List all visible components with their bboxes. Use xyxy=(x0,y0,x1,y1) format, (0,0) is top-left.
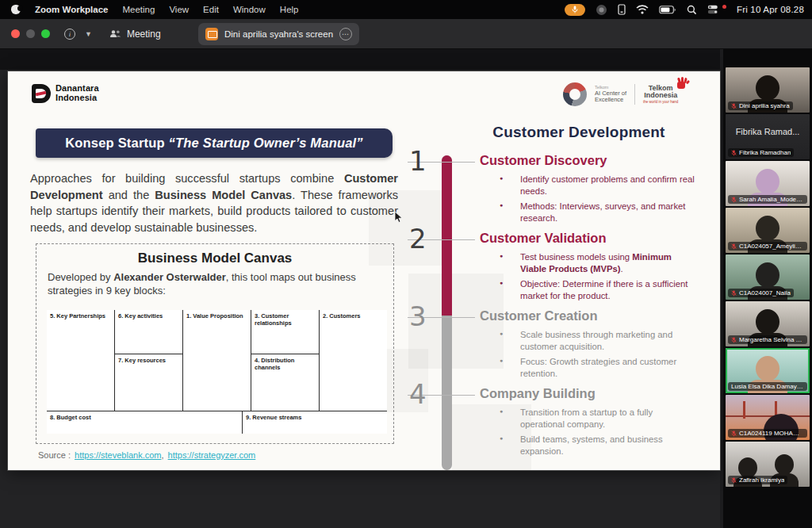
participants-icon xyxy=(109,29,121,39)
telkom-logo: Telkom Indonesia the world in your hand xyxy=(643,85,678,105)
participant-name: Sarah Amalia_Moderator xyxy=(739,196,804,203)
step-number: 4 xyxy=(409,378,427,410)
participant-name: C1A024007_Naila xyxy=(739,289,791,297)
participant-name-label: Lusia Elsa Dika Damayanty xyxy=(728,382,807,391)
participant-tile[interactable]: C1A024007_Naila xyxy=(726,254,810,300)
menu-bar-clock[interactable]: Fri 10 Apr 08.28 xyxy=(737,5,804,14)
partner-logos: Telkom AI Center of Excellence Telkom xyxy=(563,82,678,106)
participant-name-label: Sarah Amalia_Moderator xyxy=(728,195,807,204)
participant-name-label: Dini aprilia syahra xyxy=(728,101,793,110)
bmc-description: Developed by Alexander Osterwalder, this… xyxy=(48,271,384,298)
source-link-steveblank[interactable]: https://steveblank.com xyxy=(75,450,161,460)
meeting-info-icon[interactable]: i xyxy=(64,29,75,40)
participant-head xyxy=(756,262,779,288)
tab-shared-screen-label: Dini aprilia syahra's screen xyxy=(224,29,333,39)
cd-step-2: 2Customer ValidationTest business models… xyxy=(396,231,717,308)
cd-step-1: 1Customer DiscoveryIdentify customer pro… xyxy=(396,153,717,231)
control-center-icon[interactable] xyxy=(707,5,718,14)
participant-name-label: C1A024119 MOHAMMA... xyxy=(728,429,807,438)
notification-dot xyxy=(722,5,726,9)
muted-mic-icon xyxy=(731,290,737,297)
tab-meeting[interactable]: Meeting xyxy=(109,29,161,40)
ai-coe-logo-icon xyxy=(563,82,587,106)
spotlight-search-icon[interactable] xyxy=(687,5,697,15)
participant-tile[interactable]: Margaretha Selvina W_... xyxy=(726,301,810,346)
step-bullet: Build teams, systems, and business expan… xyxy=(498,434,696,457)
participant-tile[interactable]: C1A024119 MOHAMMA... xyxy=(726,395,810,440)
source-link-strategyzer[interactable]: https://strategyzer.com xyxy=(168,450,256,460)
cd-step-4: 4Company BuildingTransition from a start… xyxy=(396,386,717,464)
bmc-cell-budget-cost: 8. Budget cost xyxy=(47,411,242,434)
bmc-cell-revenue-streams: 9. Revenue streams xyxy=(243,411,387,434)
participant-tile[interactable]: Sarah Amalia_Moderator xyxy=(726,161,810,206)
window-controls xyxy=(0,29,50,38)
source-line: Source : https://steveblank.com, https:/… xyxy=(38,450,255,460)
muted-mic-icon xyxy=(731,430,737,437)
meeting-content: Danantara Indonesia Telkom AI Center of … xyxy=(0,49,812,528)
device-icon[interactable] xyxy=(618,4,626,15)
participant-name: C1A024119 MOHAMMA... xyxy=(739,430,804,437)
step-heading: Customer Discovery xyxy=(480,153,607,168)
bmc-cell-value-proposition: 1. Value Proposition xyxy=(183,310,251,411)
participant-tile[interactable]: Zafirah Ikramiya xyxy=(726,442,810,487)
ai-coe-line2: Excellence xyxy=(595,97,626,104)
wifi-icon[interactable] xyxy=(636,5,649,14)
participant-head xyxy=(756,75,779,101)
participant-name-label: Margaretha Selvina W_... xyxy=(728,335,807,344)
muted-mic-icon xyxy=(731,337,737,343)
screen: Zoom Workplace Meeting View Edit Window … xyxy=(0,0,812,528)
slide-title-italic: “The Startup Owner’s Manual” xyxy=(169,136,363,150)
participant-name: Fibrika Ramadhan xyxy=(739,149,791,156)
participant-display-name: Fibrika Ramad... xyxy=(726,127,810,136)
participant-name-label: Zafirah Ikramiya xyxy=(728,476,787,484)
mic-in-use-icon[interactable] xyxy=(565,4,585,16)
step-number: 1 xyxy=(409,145,427,177)
step-bullet: Test business models using Minimum Viabl… xyxy=(498,251,696,275)
menu-app-name[interactable]: Zoom Workplace xyxy=(35,5,108,14)
participant-head xyxy=(756,169,779,194)
bmc-cell-key-resources: 7. Key resources xyxy=(115,354,182,411)
step-bullet: Scale business through marketing and cus… xyxy=(498,329,696,353)
step-heading: Customer Creation xyxy=(480,308,598,323)
logo-divider xyxy=(634,84,635,105)
menu-item-view[interactable]: View xyxy=(169,5,189,14)
step-heading: Company Building xyxy=(480,386,596,401)
step-bullets: Scale business through marketing and cus… xyxy=(498,329,696,383)
telkom-tagline: the world in your hand xyxy=(643,101,678,105)
battery-icon[interactable] xyxy=(659,6,676,14)
danantara-logo-icon xyxy=(32,84,51,103)
participant-tile[interactable]: C1A024057_Ameylia Fa... xyxy=(726,208,810,253)
bmc-cell-customer-relationships: 3. Customer relationships xyxy=(251,310,319,354)
close-window-button[interactable] xyxy=(11,29,20,38)
zoom-window-button[interactable] xyxy=(41,29,50,38)
step-bullet: Identify customer problems and confirm r… xyxy=(498,174,696,197)
participant-tile[interactable]: Dini aprilia syahra xyxy=(726,67,810,113)
shared-screen-top-strip xyxy=(0,49,720,70)
bmc-cell-distribution-channels: 4. Distribution channels xyxy=(251,354,319,411)
participant-name: Dini aprilia syahra xyxy=(739,102,790,109)
step-bullets: Identify customer problems and confirm r… xyxy=(498,174,696,228)
participant-head xyxy=(756,216,779,241)
telkom-name: Telkom Indonesia xyxy=(644,85,677,100)
tab-shared-screen[interactable]: Dini aprilia syahra's screen ⋯ xyxy=(198,23,359,45)
intro-paragraph: Approaches for building successful start… xyxy=(30,170,398,236)
apple-logo-icon[interactable] xyxy=(11,5,21,14)
participant-tile[interactable]: Fibrika Ramad...Fibrika Ramadhan xyxy=(726,114,810,159)
menu-item-window[interactable]: Window xyxy=(233,5,266,14)
bmc-cell-key-partnerships: 5. Key Partnerships xyxy=(47,310,114,411)
muted-mic-icon xyxy=(731,477,737,484)
menu-item-meeting[interactable]: Meeting xyxy=(122,5,155,14)
danantara-logo-line2: Indonesia xyxy=(56,94,99,103)
participant-tile[interactable]: Lusia Elsa Dika Damayanty xyxy=(726,348,810,393)
menu-item-edit[interactable]: Edit xyxy=(203,5,219,14)
screen-recording-icon[interactable] xyxy=(596,4,607,16)
bmc-title: Business Model Canvas xyxy=(36,251,393,266)
danantara-logo: Danantara Indonesia xyxy=(32,84,99,103)
bmc-cell-customers: 2. Customers xyxy=(320,310,387,411)
minimize-window-button[interactable] xyxy=(26,29,35,38)
participants-sidebar: Dini aprilia syahraFibrika Ramad...Fibri… xyxy=(723,49,812,528)
tab-meeting-label: Meeting xyxy=(127,29,161,40)
menu-item-help[interactable]: Help xyxy=(280,5,299,14)
tab-options-button[interactable]: ⋯ xyxy=(339,28,352,40)
chevron-down-icon[interactable]: ▼ xyxy=(85,30,92,38)
